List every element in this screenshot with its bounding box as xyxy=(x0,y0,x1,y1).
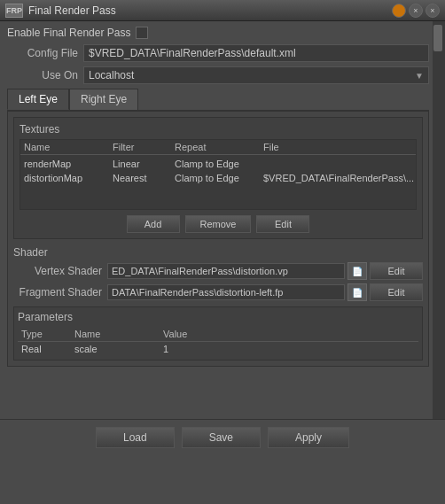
parameters-label: Parameters xyxy=(18,311,418,323)
chevron-down-icon: ▼ xyxy=(415,71,424,81)
params-table-row[interactable]: Real scale 1 xyxy=(18,342,418,356)
scrollbar[interactable] xyxy=(433,21,445,419)
add-button[interactable]: Add xyxy=(127,215,180,233)
table-row[interactable]: renderMap Linear Clamp to Edge xyxy=(20,157,416,171)
save-button[interactable]: Save xyxy=(182,427,261,448)
fragment-file-button[interactable]: 📄 xyxy=(347,283,367,301)
parameters-section: Parameters Type Name Value Real scale 1 xyxy=(13,306,423,361)
textures-section: Textures Name Filter Repeat File renderM… xyxy=(13,117,423,239)
shader-label: Shader xyxy=(13,246,423,259)
vertex-edit-button[interactable]: Edit xyxy=(370,262,423,280)
table-row[interactable]: distortionMap Nearest Clamp to Edge $VRE… xyxy=(20,171,416,185)
tabs-area: Left Eye Right Eye xyxy=(7,89,429,111)
apply-button[interactable]: Apply xyxy=(268,427,349,448)
enable-checkbox[interactable] xyxy=(136,27,148,39)
remove-button[interactable]: Remove xyxy=(185,215,252,233)
tab-left-eye[interactable]: Left Eye xyxy=(7,89,69,110)
fragment-shader-row: Fragment Shader DATA\FinalRenderPass\dis… xyxy=(13,283,423,301)
minimize-button[interactable] xyxy=(392,4,406,18)
tab-content: Textures Name Filter Repeat File renderM… xyxy=(7,111,429,367)
enable-label: Enable Final Render Pass xyxy=(7,27,130,39)
vertex-shader-row: Vertex Shader ED_DATA\FinalRenderPass\di… xyxy=(13,262,423,280)
texture-buttons: Add Remove Edit xyxy=(20,215,417,233)
folder-icon: 📄 xyxy=(352,267,363,276)
shader-section: Shader Vertex Shader ED_DATA\FinalRender… xyxy=(13,246,423,301)
fragment-edit-button[interactable]: Edit xyxy=(370,283,423,301)
config-file-label: Config File xyxy=(7,47,78,59)
vertex-shader-label: Vertex Shader xyxy=(13,265,102,277)
scrollbar-track xyxy=(433,21,443,419)
vertex-file-button[interactable]: 📄 xyxy=(347,262,367,280)
close-button[interactable]: × xyxy=(425,4,440,18)
panel-body: Enable Final Render Pass Config File $VR… xyxy=(0,21,445,455)
config-file-row: Config File $VRED_DATA\FinalRenderPass\d… xyxy=(7,44,429,62)
panel-inner: Enable Final Render Pass Config File $VR… xyxy=(0,21,445,419)
textures-table: Name Filter Repeat File renderMap Linear… xyxy=(20,139,417,210)
textures-label: Textures xyxy=(20,123,417,136)
use-on-select[interactable]: Localhost ▼ xyxy=(83,66,429,84)
use-on-row: Use On Localhost ▼ xyxy=(7,66,429,84)
fragment-shader-label: Fragment Shader xyxy=(13,286,102,299)
window-controls: × × xyxy=(392,4,440,18)
edit-button[interactable]: Edit xyxy=(256,215,309,233)
fragment-shader-input[interactable]: DATA\FinalRenderPass\distortion-left.fp xyxy=(107,284,345,300)
scrollbar-thumb[interactable] xyxy=(433,25,442,51)
window-title: Final Render Pass xyxy=(28,4,392,17)
folder-icon: 📄 xyxy=(352,288,363,298)
config-file-value[interactable]: $VRED_DATA\FinalRenderPass\default.xml xyxy=(83,44,429,62)
textures-table-header: Name Filter Repeat File xyxy=(20,140,416,155)
vertex-shader-input[interactable]: ED_DATA\FinalRenderPass\distortion.vp xyxy=(107,263,345,279)
title-bar: FRP Final Render Pass × × xyxy=(0,0,445,21)
enable-row: Enable Final Render Pass xyxy=(7,27,429,39)
params-table-header: Type Name Value xyxy=(18,327,418,342)
load-button[interactable]: Load xyxy=(96,427,175,448)
maximize-button[interactable]: × xyxy=(409,4,423,18)
panel-scroll: Enable Final Render Pass Config File $VR… xyxy=(0,21,445,419)
tab-right-eye[interactable]: Right Eye xyxy=(69,89,138,110)
bottom-buttons: Load Save Apply xyxy=(0,419,445,455)
use-on-label: Use On xyxy=(7,69,78,81)
app-icon: FRP xyxy=(5,4,23,18)
